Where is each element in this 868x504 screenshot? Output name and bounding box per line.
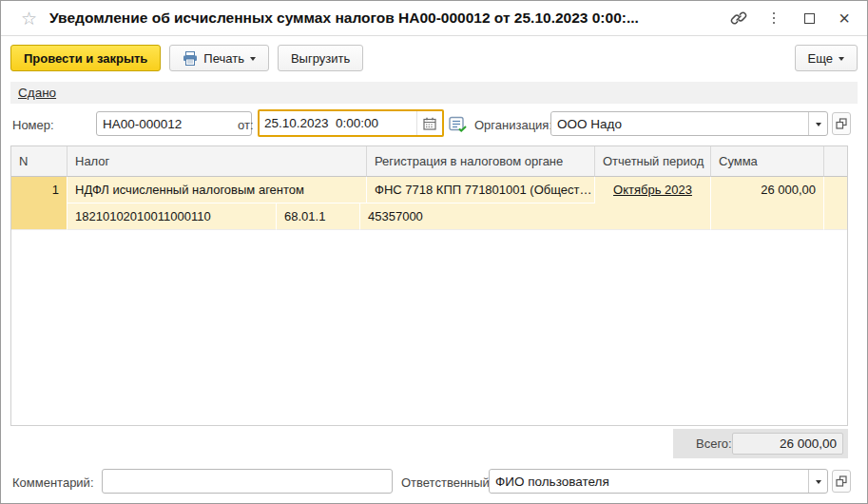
tax-table: N Налог Регистрация в налоговом органе О… bbox=[10, 145, 848, 426]
titlebar-icons: × bbox=[728, 8, 855, 29]
post-and-close-label: Провести и закрыть bbox=[24, 51, 147, 66]
responsible-label: Ответственный: bbox=[401, 475, 492, 490]
organization-label: Организация: bbox=[474, 118, 552, 132]
responsible-input[interactable] bbox=[490, 470, 808, 493]
maximize-icon[interactable] bbox=[799, 8, 820, 29]
printer-icon bbox=[183, 51, 198, 66]
col-header-period[interactable]: Отчетный период bbox=[595, 146, 711, 177]
more-menu-icon[interactable] bbox=[763, 8, 784, 29]
totals-value: 26 000,00 bbox=[732, 433, 843, 455]
chevron-down-icon bbox=[839, 57, 844, 61]
organization-open-icon[interactable] bbox=[832, 112, 851, 135]
close-icon[interactable]: × bbox=[834, 8, 855, 29]
date-label: от: bbox=[238, 118, 254, 132]
titlebar: ☆ Уведомление об исчисленных суммах нало… bbox=[1, 1, 867, 36]
chevron-down-icon bbox=[250, 57, 256, 61]
col-header-n[interactable]: N bbox=[11, 146, 68, 177]
period-cell[interactable]: Октябрь 2023 bbox=[595, 177, 711, 230]
col-header-registration[interactable]: Регистрация в налоговом органе bbox=[367, 146, 595, 177]
totals-label: Всего: bbox=[696, 436, 732, 451]
amount-cell[interactable]: 26 000,00 bbox=[711, 177, 824, 230]
row-number-cell[interactable]: 1 bbox=[11, 177, 68, 230]
post-and-close-button[interactable]: Провести и закрыть bbox=[10, 45, 161, 71]
status-submitted-link[interactable]: Сдано bbox=[18, 86, 56, 100]
print-button[interactable]: Печать bbox=[169, 45, 269, 71]
status-bar: Сдано bbox=[10, 82, 858, 104]
link-icon[interactable] bbox=[728, 8, 749, 29]
more-button[interactable]: Еще bbox=[795, 45, 858, 71]
organization-dropdown-icon[interactable] bbox=[808, 112, 827, 135]
export-button[interactable]: Выгрузить bbox=[278, 45, 363, 71]
document-window: ☆ Уведомление об исчисленных суммах нало… bbox=[0, 0, 868, 504]
kbk-cell[interactable]: 18210102010011000110 bbox=[68, 204, 277, 230]
comment-label: Комментарий: bbox=[12, 475, 94, 490]
tax-name-cell[interactable]: НДФЛ исчисленный налоговым агентом bbox=[68, 177, 367, 204]
responsible-open-icon[interactable] bbox=[832, 470, 851, 493]
document-check-icon[interactable] bbox=[448, 115, 467, 134]
comment-input[interactable] bbox=[102, 469, 393, 494]
registration-cell[interactable]: ФНС 7718 КПП 771801001 (Общест… bbox=[367, 177, 595, 204]
col-header-spacer bbox=[824, 146, 847, 177]
calendar-icon[interactable] bbox=[416, 111, 442, 135]
favorite-star-icon[interactable]: ☆ bbox=[21, 10, 37, 28]
organization-field bbox=[550, 111, 828, 136]
number-label: Номер: bbox=[12, 118, 54, 132]
oktmo-cell[interactable]: 45357000 bbox=[360, 204, 595, 230]
date-input[interactable] bbox=[260, 111, 416, 135]
number-input[interactable] bbox=[96, 111, 252, 136]
organization-input[interactable] bbox=[551, 112, 808, 135]
more-label: Еще bbox=[808, 51, 833, 66]
period-link[interactable]: Октябрь 2023 bbox=[613, 183, 692, 197]
account-cell[interactable]: 68.01.1 bbox=[277, 204, 360, 230]
window-title: Уведомление об исчисленных суммах налого… bbox=[49, 10, 728, 27]
toolbar: Провести и закрыть Печать Выгрузить Еще bbox=[10, 44, 858, 72]
col-header-tax[interactable]: Налог bbox=[68, 146, 367, 177]
responsible-dropdown-icon[interactable] bbox=[808, 470, 827, 493]
col-header-amount[interactable]: Сумма bbox=[711, 146, 824, 177]
print-label: Печать bbox=[203, 51, 244, 66]
row-spacer-cell bbox=[824, 177, 847, 230]
date-field bbox=[258, 109, 444, 137]
totals-panel: Всего: 26 000,00 bbox=[673, 429, 848, 458]
responsible-field bbox=[489, 469, 828, 494]
export-label: Выгрузить bbox=[291, 51, 350, 66]
